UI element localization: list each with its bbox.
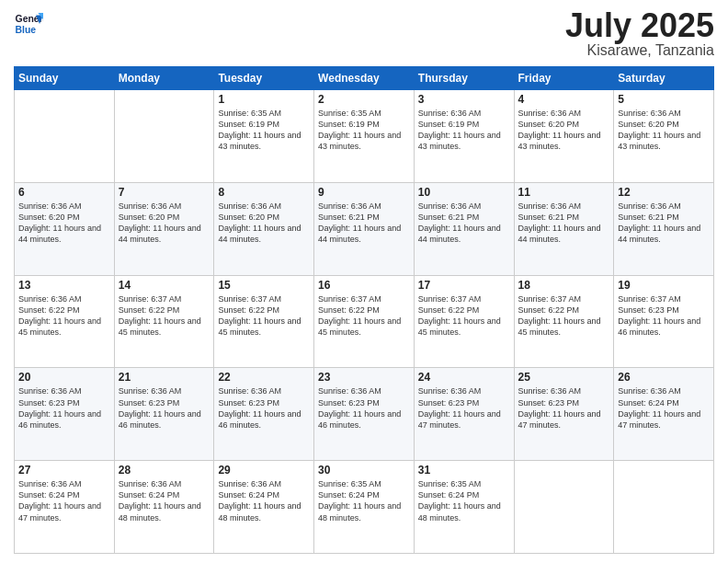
table-row: 10Sunrise: 6:36 AMSunset: 6:21 PMDayligh… (414, 182, 514, 275)
logo: General Blue (14, 9, 43, 39)
table-row: 13Sunrise: 6:36 AMSunset: 6:22 PMDayligh… (15, 275, 115, 368)
day-info: Sunrise: 6:35 AMSunset: 6:24 PMDaylight:… (318, 478, 410, 523)
day-info: Sunrise: 6:37 AMSunset: 6:22 PMDaylight:… (218, 293, 310, 339)
table-row: 23Sunrise: 6:36 AMSunset: 6:23 PMDayligh… (314, 368, 415, 461)
day-info: Sunrise: 6:36 AMSunset: 6:20 PMDaylight:… (18, 201, 110, 246)
day-number: 7 (119, 186, 210, 199)
day-number: 20 (18, 371, 110, 384)
table-row: 11Sunrise: 6:36 AMSunset: 6:21 PMDayligh… (514, 182, 614, 275)
day-number: 14 (119, 279, 210, 292)
table-row: 12Sunrise: 6:36 AMSunset: 6:21 PMDayligh… (614, 182, 714, 275)
day-number: 8 (218, 186, 310, 199)
day-info: Sunrise: 6:36 AMSunset: 6:19 PMDaylight:… (418, 108, 510, 153)
day-info: Sunrise: 6:37 AMSunset: 6:23 PMDaylight:… (618, 293, 710, 339)
day-number: 23 (318, 371, 410, 384)
day-info: Sunrise: 6:37 AMSunset: 6:22 PMDaylight:… (318, 293, 410, 339)
day-number: 27 (18, 464, 110, 477)
table-row: 26Sunrise: 6:36 AMSunset: 6:24 PMDayligh… (614, 368, 714, 461)
table-row: 2Sunrise: 6:35 AMSunset: 6:19 PMDaylight… (314, 90, 415, 183)
day-number: 5 (618, 93, 710, 106)
table-row (114, 90, 214, 183)
table-row: 28Sunrise: 6:36 AMSunset: 6:24 PMDayligh… (114, 461, 214, 554)
table-row (15, 90, 115, 183)
day-number: 11 (518, 186, 610, 199)
week-row-4: 20Sunrise: 6:36 AMSunset: 6:23 PMDayligh… (15, 368, 714, 461)
day-number: 26 (618, 371, 710, 384)
day-info: Sunrise: 6:36 AMSunset: 6:20 PMDaylight:… (218, 201, 310, 246)
table-row: 4Sunrise: 6:36 AMSunset: 6:20 PMDaylight… (514, 90, 614, 183)
day-number: 18 (518, 279, 610, 292)
logo-icon: General Blue (14, 9, 43, 39)
title-block: July 2025 Kisarawe, Tanzania (565, 9, 714, 59)
day-info: Sunrise: 6:37 AMSunset: 6:22 PMDaylight:… (518, 293, 610, 339)
col-monday: Monday (114, 67, 214, 90)
day-info: Sunrise: 6:36 AMSunset: 6:24 PMDaylight:… (218, 478, 310, 523)
day-number: 4 (518, 93, 610, 106)
table-row: 15Sunrise: 6:37 AMSunset: 6:22 PMDayligh… (214, 275, 314, 368)
day-info: Sunrise: 6:36 AMSunset: 6:21 PMDaylight:… (518, 201, 610, 246)
table-row: 21Sunrise: 6:36 AMSunset: 6:23 PMDayligh… (114, 368, 214, 461)
col-friday: Friday (514, 67, 614, 90)
table-row: 5Sunrise: 6:36 AMSunset: 6:20 PMDaylight… (614, 90, 714, 183)
col-thursday: Thursday (414, 67, 514, 90)
day-info: Sunrise: 6:35 AMSunset: 6:19 PMDaylight:… (218, 108, 310, 153)
day-number: 22 (218, 371, 310, 384)
table-row: 30Sunrise: 6:35 AMSunset: 6:24 PMDayligh… (314, 461, 415, 554)
table-row: 8Sunrise: 6:36 AMSunset: 6:20 PMDaylight… (214, 182, 314, 275)
day-number: 6 (18, 186, 110, 199)
day-number: 25 (518, 371, 610, 384)
day-number: 24 (418, 371, 510, 384)
col-tuesday: Tuesday (214, 67, 314, 90)
day-number: 9 (318, 186, 410, 199)
day-number: 10 (418, 186, 510, 199)
day-info: Sunrise: 6:36 AMSunset: 6:21 PMDaylight:… (418, 201, 510, 246)
day-info: Sunrise: 6:36 AMSunset: 6:21 PMDaylight:… (318, 201, 410, 246)
day-number: 29 (218, 464, 310, 477)
table-row: 14Sunrise: 6:37 AMSunset: 6:22 PMDayligh… (114, 275, 214, 368)
table-row: 7Sunrise: 6:36 AMSunset: 6:20 PMDaylight… (114, 182, 214, 275)
table-row: 20Sunrise: 6:36 AMSunset: 6:23 PMDayligh… (15, 368, 115, 461)
week-row-1: 1Sunrise: 6:35 AMSunset: 6:19 PMDaylight… (15, 90, 714, 183)
day-info: Sunrise: 6:36 AMSunset: 6:23 PMDaylight:… (218, 385, 310, 431)
table-row: 19Sunrise: 6:37 AMSunset: 6:23 PMDayligh… (614, 275, 714, 368)
table-row: 3Sunrise: 6:36 AMSunset: 6:19 PMDaylight… (414, 90, 514, 183)
table-row: 18Sunrise: 6:37 AMSunset: 6:22 PMDayligh… (514, 275, 614, 368)
day-info: Sunrise: 6:36 AMSunset: 6:20 PMDaylight:… (618, 108, 710, 153)
day-info: Sunrise: 6:36 AMSunset: 6:23 PMDaylight:… (318, 385, 410, 431)
table-row: 17Sunrise: 6:37 AMSunset: 6:22 PMDayligh… (414, 275, 514, 368)
table-row: 29Sunrise: 6:36 AMSunset: 6:24 PMDayligh… (214, 461, 314, 554)
day-number: 1 (218, 93, 310, 106)
day-number: 12 (618, 186, 710, 199)
day-info: Sunrise: 6:37 AMSunset: 6:22 PMDaylight:… (119, 293, 210, 339)
day-info: Sunrise: 6:37 AMSunset: 6:22 PMDaylight:… (418, 293, 510, 339)
day-info: Sunrise: 6:36 AMSunset: 6:22 PMDaylight:… (18, 293, 110, 339)
table-row (514, 461, 614, 554)
day-info: Sunrise: 6:36 AMSunset: 6:21 PMDaylight:… (618, 201, 710, 246)
day-info: Sunrise: 6:36 AMSunset: 6:24 PMDaylight:… (119, 478, 210, 523)
day-info: Sunrise: 6:36 AMSunset: 6:23 PMDaylight:… (518, 385, 610, 431)
day-info: Sunrise: 6:36 AMSunset: 6:20 PMDaylight:… (518, 108, 610, 153)
page: General Blue July 2025 Kisarawe, Tanzani… (0, 0, 728, 563)
calendar-table: Sunday Monday Tuesday Wednesday Thursday… (14, 66, 714, 554)
col-sunday: Sunday (15, 67, 115, 90)
table-row: 1Sunrise: 6:35 AMSunset: 6:19 PMDaylight… (214, 90, 314, 183)
day-info: Sunrise: 6:36 AMSunset: 6:24 PMDaylight:… (618, 385, 710, 431)
table-row: 25Sunrise: 6:36 AMSunset: 6:23 PMDayligh… (514, 368, 614, 461)
day-info: Sunrise: 6:36 AMSunset: 6:23 PMDaylight:… (18, 385, 110, 431)
day-number: 19 (618, 279, 710, 292)
week-row-5: 27Sunrise: 6:36 AMSunset: 6:24 PMDayligh… (15, 461, 714, 554)
day-number: 13 (18, 279, 110, 292)
day-info: Sunrise: 6:35 AMSunset: 6:19 PMDaylight:… (318, 108, 410, 153)
col-wednesday: Wednesday (314, 67, 415, 90)
day-number: 21 (119, 371, 210, 384)
day-number: 15 (218, 279, 310, 292)
svg-text:Blue: Blue (16, 25, 37, 35)
table-row: 6Sunrise: 6:36 AMSunset: 6:20 PMDaylight… (15, 182, 115, 275)
table-row: 31Sunrise: 6:35 AMSunset: 6:24 PMDayligh… (414, 461, 514, 554)
day-number: 30 (318, 464, 410, 477)
table-row: 22Sunrise: 6:36 AMSunset: 6:23 PMDayligh… (214, 368, 314, 461)
day-number: 3 (418, 93, 510, 106)
day-number: 31 (418, 464, 510, 477)
day-info: Sunrise: 6:36 AMSunset: 6:20 PMDaylight:… (119, 201, 210, 246)
table-row: 9Sunrise: 6:36 AMSunset: 6:21 PMDaylight… (314, 182, 415, 275)
